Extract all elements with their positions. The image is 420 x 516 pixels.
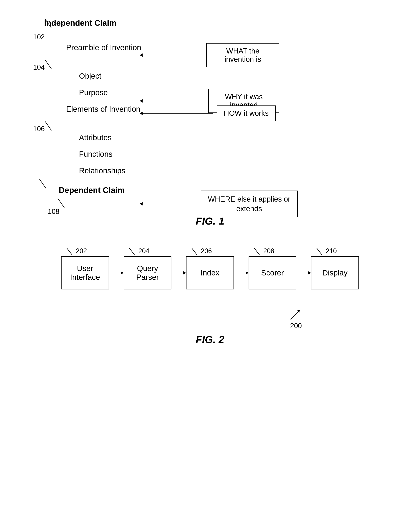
purpose-label: Purpose: [79, 88, 108, 97]
why-arrow-line: [140, 101, 205, 101]
ref-206-label: 206: [190, 247, 212, 256]
svg-line-6: [129, 248, 135, 255]
user-interface-label: UserInterface: [70, 264, 100, 282]
slash-dependent-icon: [35, 178, 50, 189]
preamble-label: Preamble of Invention: [66, 43, 141, 52]
dependent-claim-area: Dependent Claim 108: [37, 186, 125, 216]
slash-206-icon: [190, 247, 199, 256]
query-parser-box: QueryParser: [124, 256, 172, 289]
ref-202-label: 202: [65, 247, 87, 256]
query-parser-label: QueryParser: [136, 264, 159, 282]
where-box: WHERE else it applies or extends: [201, 191, 298, 217]
arrow-ui-to-qp: [109, 273, 124, 273]
ref-106-label: 106: [33, 125, 45, 133]
svg-line-5: [67, 248, 72, 255]
elements-label: Elements of Invention: [66, 105, 140, 113]
ref-102-label: 102: [33, 33, 45, 41]
fig2-flow: 202 UserInterface 204: [22, 256, 398, 289]
arrow-scorer-to-display: [296, 273, 311, 273]
what-box: WHAT the invention is: [206, 43, 279, 67]
index-wrapper: 206 Index: [186, 256, 234, 289]
independent-claim-title: Independent Claim: [44, 18, 116, 28]
slash-108-icon: [53, 198, 68, 209]
svg-line-9: [316, 248, 322, 255]
where-arrow-line: [140, 204, 197, 204]
slash-208-icon: [252, 247, 262, 256]
svg-line-7: [192, 248, 197, 255]
fig2-diagram: 202 UserInterface 204: [22, 242, 398, 319]
relationships-label: Relationships: [79, 166, 125, 175]
how-arrow-row: HOW it works: [140, 105, 279, 121]
fig2-section: 202 UserInterface 204: [22, 242, 398, 345]
what-arrow-line: [140, 55, 203, 55]
object-label: Object: [79, 72, 101, 81]
svg-line-8: [254, 248, 260, 255]
scorer-wrapper: 208 Scorer: [248, 256, 296, 289]
fig2-label: FIG. 2: [22, 334, 398, 345]
scorer-box: Scorer: [248, 256, 296, 289]
svg-line-1: [45, 60, 52, 69]
arrow-qp-to-idx: [172, 273, 186, 273]
ref-204-label: 204: [127, 247, 149, 256]
dependent-claim-title: Dependent Claim: [59, 186, 125, 195]
ref-208-label: 208: [252, 247, 274, 256]
display-label: Display: [322, 269, 348, 277]
functions-label: Functions: [79, 150, 112, 159]
how-box: HOW it works: [217, 105, 276, 121]
user-interface-box: UserInterface: [61, 256, 109, 289]
ref-200-label: 200: [290, 322, 302, 330]
user-interface-wrapper: 202 UserInterface: [61, 256, 109, 289]
display-box: Display: [311, 256, 359, 289]
what-arrow-row: WHAT the invention is: [140, 43, 279, 67]
ref-108-label: 108: [48, 208, 125, 216]
ref-210-label: 210: [315, 247, 337, 256]
fig1-diagram: Independent Claim 102 Preamble of Invent…: [22, 15, 398, 208]
ref-200-area: 200: [288, 308, 302, 330]
page-container: Independent Claim 102 Preamble of Invent…: [0, 0, 420, 375]
attributes-label: Attributes: [79, 133, 112, 142]
slash-204-icon: [127, 247, 136, 256]
svg-line-2: [45, 121, 52, 130]
scorer-label: Scorer: [261, 269, 284, 277]
arrow-200-icon: [288, 308, 302, 321]
index-box: Index: [186, 256, 234, 289]
svg-line-4: [58, 198, 64, 208]
slash-202-icon: [65, 247, 74, 256]
display-wrapper: 210 Display: [311, 256, 359, 289]
index-label: Index: [201, 269, 219, 277]
how-arrow-line: [140, 113, 213, 113]
fig1-section: Independent Claim 102 Preamble of Invent…: [22, 15, 398, 227]
query-parser-wrapper: 204 QueryParser: [124, 256, 172, 289]
arrow-idx-to-scorer: [234, 273, 248, 273]
slash-210-icon: [315, 247, 324, 256]
where-arrow-row: WHERE else it applies or extends: [140, 191, 298, 217]
svg-line-3: [39, 179, 46, 188]
ref-104-label: 104: [33, 63, 45, 71]
